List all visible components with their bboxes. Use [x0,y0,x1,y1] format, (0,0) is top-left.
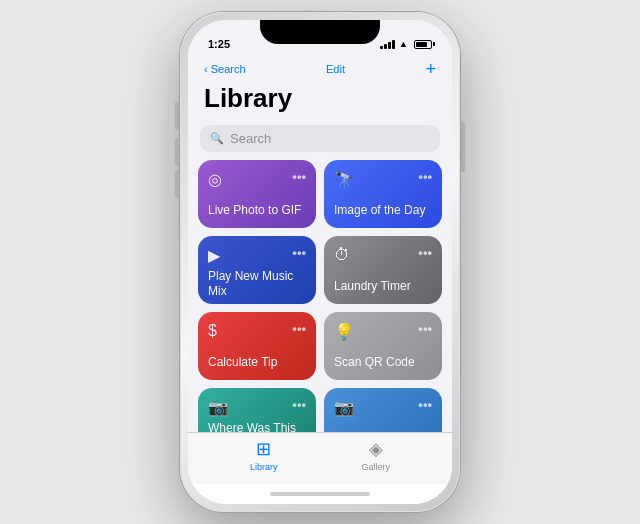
card-title-scan-qr: Scan QR Code [334,355,432,370]
page-title: Library [204,84,436,113]
card-more-live-photo-gif[interactable]: ••• [292,170,306,183]
card-more-time-machine[interactable]: ••• [418,398,432,411]
gallery-tab-label: Gallery [361,462,390,472]
card-title-live-photo-gif: Live Photo to GIF [208,203,306,218]
gallery-tab-icon: ◈ [369,438,383,460]
shortcut-card-image-of-day[interactable]: 🔭 ••• Image of the Day [324,160,442,228]
shortcut-card-time-machine[interactable]: 📷 ••• Time Machine [324,388,442,432]
card-more-play-music[interactable]: ••• [292,246,306,259]
card-top: 💡 ••• [334,322,432,341]
card-more-scan-qr[interactable]: ••• [418,322,432,335]
nav-bar: ‹ Search Edit + [188,56,452,80]
notch [260,20,380,44]
card-more-laundry-timer[interactable]: ••• [418,246,432,259]
card-top: ◎ ••• [208,170,306,189]
card-title-play-music: Play New Music Mix [208,269,306,299]
card-more-calculate-tip[interactable]: ••• [292,322,306,335]
card-top: 📷 ••• [334,398,432,417]
battery-icon [414,40,432,49]
shortcut-card-laundry-timer[interactable]: ⏱ ••• Laundry Timer [324,236,442,304]
card-top: ▶ ••• [208,246,306,265]
card-icon-calculate-tip: $ [208,322,217,340]
chevron-left-icon: ‹ [204,63,208,75]
card-icon-live-photo-gif: ◎ [208,170,222,189]
card-more-image-of-day[interactable]: ••• [418,170,432,183]
shortcut-card-play-music[interactable]: ▶ ••• Play New Music Mix [198,236,316,304]
search-bar[interactable]: 🔍 Search [200,125,440,152]
library-tab-icon: ⊞ [256,438,271,460]
card-icon-time-machine: 📷 [334,398,354,417]
card-top: $ ••• [208,322,306,340]
card-top: 📷 ••• [208,398,306,417]
shortcut-card-scan-qr[interactable]: 💡 ••• Scan QR Code [324,312,442,380]
search-icon: 🔍 [210,132,224,145]
tab-gallery[interactable]: ◈ Gallery [361,438,390,472]
card-top: ⏱ ••• [334,246,432,264]
search-placeholder: Search [230,131,271,146]
card-icon-scan-qr: 💡 [334,322,354,341]
edit-button[interactable]: Edit [326,63,345,75]
card-icon-image-of-day: 🔭 [334,170,354,189]
screen-content: 1:25 ▲ ‹ Sea [188,20,452,504]
card-icon-play-music: ▶ [208,246,220,265]
card-title-image-of-day: Image of the Day [334,203,432,218]
header: Library [188,80,452,121]
phone-frame: 1:25 ▲ ‹ Sea [180,12,460,512]
shortcut-card-live-photo-gif[interactable]: ◎ ••• Live Photo to GIF [198,160,316,228]
card-top: 🔭 ••• [334,170,432,189]
card-more-where-taken[interactable]: ••• [292,398,306,411]
tab-library[interactable]: ⊞ Library [250,438,278,472]
back-button[interactable]: ‹ Search [204,63,246,75]
card-icon-laundry-timer: ⏱ [334,246,350,264]
card-title-laundry-timer: Laundry Timer [334,279,432,294]
shortcut-card-where-taken[interactable]: 📷 ••• Where Was This Taken? [198,388,316,432]
signal-icon [380,39,395,49]
card-title-time-machine: Time Machine [334,431,432,432]
card-title-calculate-tip: Calculate Tip [208,355,306,370]
wifi-icon: ▲ [399,39,408,49]
status-time: 1:25 [208,38,230,50]
tab-bar: ⊞ Library ◈ Gallery [188,432,452,484]
add-button[interactable]: + [425,60,436,78]
back-label: Search [211,63,246,75]
shortcuts-grid: ◎ ••• Live Photo to GIF 🔭 ••• Image of t… [188,160,452,432]
library-tab-label: Library [250,462,278,472]
phone-screen: 1:25 ▲ ‹ Sea [188,20,452,504]
status-icons: ▲ [380,39,432,49]
home-bar [270,492,370,496]
shortcut-card-calculate-tip[interactable]: $ ••• Calculate Tip [198,312,316,380]
card-icon-where-taken: 📷 [208,398,228,417]
home-indicator [188,484,452,504]
card-title-where-taken: Where Was This Taken? [208,421,306,432]
